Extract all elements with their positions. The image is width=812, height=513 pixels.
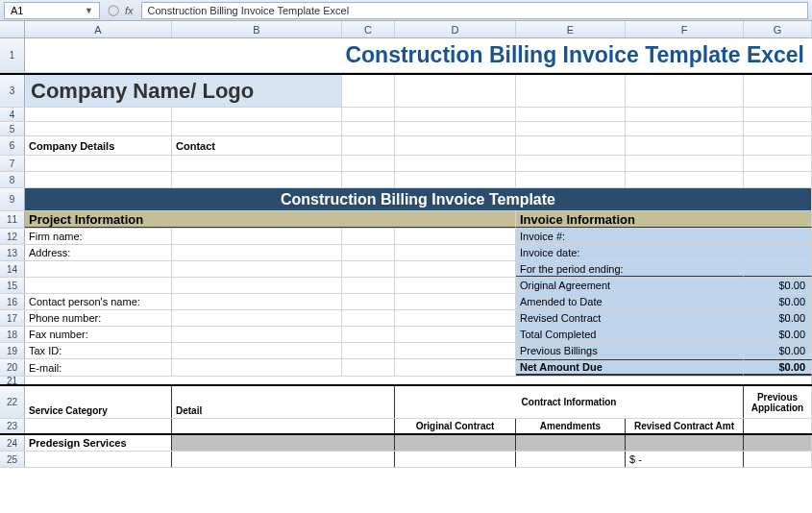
cell-contact[interactable]: Contact [172, 136, 342, 155]
formula-icons: ◯ fx [100, 4, 141, 16]
cell-amended[interactable]: Amended to Date [516, 294, 744, 309]
cell-c3[interactable] [342, 75, 395, 107]
row-header-11[interactable]: 11 [0, 211, 25, 228]
select-all-corner[interactable] [0, 21, 25, 37]
row-header-16[interactable]: 16 [0, 294, 25, 309]
cell-company-details[interactable]: Company Details [25, 136, 172, 155]
cell-f3[interactable] [626, 75, 744, 107]
title-text: Construction Billing Invoice Template Ex… [29, 42, 808, 68]
cell-detail-hdr[interactable]: Detail [172, 386, 395, 418]
cell-revised-amt[interactable]: $0.00 [744, 310, 812, 326]
cell-net-due-amt[interactable]: $0.00 [744, 359, 812, 376]
row-header-24[interactable]: 24 [0, 435, 25, 451]
cell-banner[interactable]: Construction Billing Invoice Template [25, 188, 812, 210]
cell-reference: A1 [11, 5, 23, 16]
row-header-12[interactable]: 12 [0, 229, 25, 244]
cell-e3[interactable] [516, 75, 626, 107]
cell-orig-agree[interactable]: Original Agreement [516, 278, 744, 293]
row-header-25[interactable]: 25 [0, 452, 25, 467]
col-header-c[interactable]: C [342, 21, 395, 37]
name-box[interactable]: A1 ▼ [4, 2, 100, 19]
cell-net-due[interactable]: Net Amount Due [516, 359, 744, 376]
dropdown-icon[interactable]: ▼ [85, 6, 93, 15]
cell-contact-person[interactable]: Contact person's name: [25, 294, 172, 309]
cell-invoice-num[interactable]: Invoice #: [516, 229, 744, 244]
row-header-19[interactable]: 19 [0, 343, 25, 358]
spreadsheet-grid[interactable]: 1 Construction Billing Invoice Template … [0, 38, 812, 468]
row-header-17[interactable]: 17 [0, 310, 25, 326]
cell-revised-amt-hdr[interactable]: Revised Contract Amt [626, 419, 744, 433]
row-header-22[interactable]: 22 [0, 386, 25, 418]
cell-invoice-info-hdr[interactable]: Invoice Information [516, 211, 812, 228]
fx-icon[interactable]: fx [125, 5, 134, 16]
cell-phone[interactable]: Phone number: [25, 310, 172, 326]
formula-bar: A1 ▼ ◯ fx [0, 0, 812, 21]
row-header-6[interactable]: 6 [0, 136, 25, 155]
cell-total-completed-amt[interactable]: $0.00 [744, 327, 812, 342]
circle-icon: ◯ [108, 4, 119, 16]
cell-taxid[interactable]: Tax ID: [25, 343, 172, 358]
col-header-e[interactable]: E [516, 21, 626, 37]
cell-project-info-hdr[interactable]: Project Information [25, 211, 516, 228]
cell-prev-app-hdr[interactable]: Previous Application [744, 386, 812, 418]
cell-dollar-dash[interactable]: $ - [626, 452, 744, 467]
row-header-4[interactable]: 4 [0, 108, 25, 121]
row-header-5[interactable]: 5 [0, 122, 25, 135]
cell-g3[interactable] [744, 75, 812, 107]
cell-fax[interactable]: Fax number: [25, 327, 172, 342]
cell-amendments-hdr[interactable]: Amendments [516, 419, 626, 433]
cell-prev-billings[interactable]: Previous Billings [516, 343, 744, 358]
cell-company-logo[interactable]: Company Name/ Logo [25, 75, 342, 107]
row-header-1[interactable]: 1 [0, 38, 25, 72]
col-header-f[interactable]: F [626, 21, 744, 37]
cell-invoice-date[interactable]: Invoice date: [516, 245, 744, 260]
row-header-13[interactable]: 13 [0, 245, 25, 260]
column-headers: A B C D E F G [0, 21, 812, 38]
formula-input[interactable] [141, 2, 808, 19]
cell-total-completed[interactable]: Total Completed [516, 327, 744, 342]
row-header-20[interactable]: 20 [0, 359, 25, 376]
row-header-14[interactable]: 14 [0, 261, 25, 277]
cell-firm-name[interactable]: Firm name: [25, 229, 172, 244]
cell-contract-info-hdr[interactable]: Contract Information [395, 386, 744, 418]
row-header-18[interactable]: 18 [0, 327, 25, 342]
cell-prev-billings-amt[interactable]: $0.00 [744, 343, 812, 358]
cell-orig-agree-amt[interactable]: $0.00 [744, 278, 812, 293]
cell-title[interactable]: Construction Billing Invoice Template Ex… [25, 38, 812, 72]
col-header-b[interactable]: B [172, 21, 342, 37]
col-header-a[interactable]: A [25, 21, 172, 37]
cell-revised[interactable]: Revised Contract [516, 310, 744, 326]
cell-predesign[interactable]: Predesign Services [25, 435, 172, 451]
row-header-23[interactable]: 23 [0, 419, 25, 433]
row-header-21[interactable]: 21 [0, 377, 25, 384]
row-header-8[interactable]: 8 [0, 172, 25, 187]
row-header-15[interactable]: 15 [0, 278, 25, 293]
cell-d3[interactable] [395, 75, 516, 107]
cell-period-ending[interactable]: For the period ending: [516, 261, 744, 277]
cell-address[interactable]: Address: [25, 245, 172, 260]
row-header-7[interactable]: 7 [0, 156, 25, 171]
cell-service-cat-hdr[interactable]: Service Category [25, 386, 172, 418]
col-header-g[interactable]: G [744, 21, 812, 37]
row-header-9[interactable]: 9 [0, 188, 25, 210]
cell-orig-contract-hdr[interactable]: Original Contract [395, 419, 516, 433]
row-header-3[interactable]: 3 [0, 75, 25, 107]
col-header-d[interactable]: D [395, 21, 516, 37]
cell-email[interactable]: E-mail: [25, 359, 172, 376]
cell-amended-amt[interactable]: $0.00 [744, 294, 812, 309]
